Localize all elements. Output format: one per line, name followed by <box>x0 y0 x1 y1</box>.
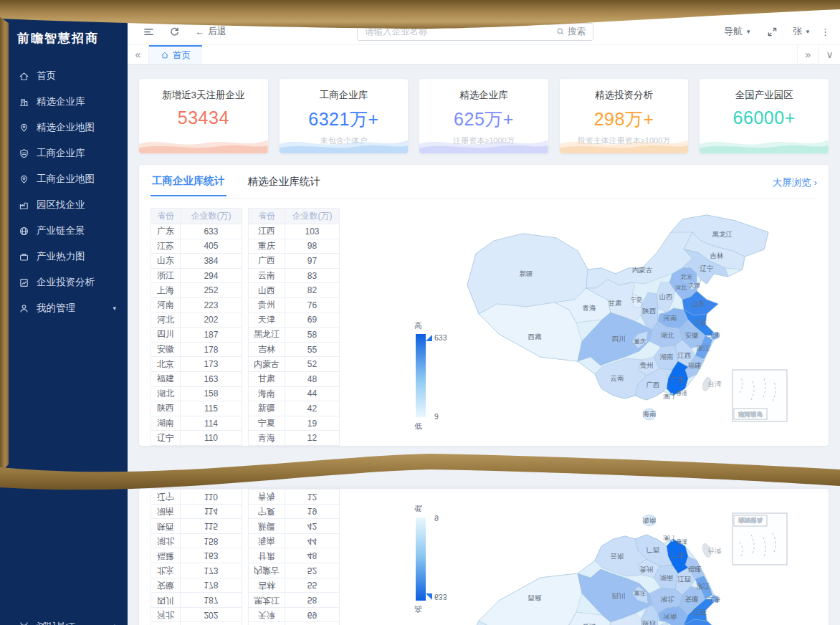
svg-text:南海诸岛: 南海诸岛 <box>738 517 763 524</box>
svg-text:四川: 四川 <box>612 592 626 600</box>
sidebar-item-selected-db[interactable]: 精选企业库 <box>0 89 128 115</box>
table-cell: 384 <box>180 254 242 269</box>
table-cell: 97 <box>285 254 340 269</box>
col-header-province: 省份 <box>151 209 181 224</box>
table-cell: 58 <box>285 328 340 343</box>
table-cell: 安徽 <box>151 342 181 357</box>
province-label: 上海 <box>708 332 720 338</box>
fullscreen-icon[interactable] <box>761 22 783 42</box>
table-cell: 甘肃 <box>249 371 285 386</box>
tab-home[interactable]: 首页 <box>149 45 202 64</box>
scroll-tabs-left-icon[interactable]: « <box>128 45 149 64</box>
tab-business-db-stats[interactable]: 工商企业库统计 <box>151 174 226 196</box>
sidebar-item-park[interactable]: 园区找企业 <box>0 192 128 218</box>
search-button[interactable]: 搜索 <box>549 24 593 40</box>
table-cell: 新疆 <box>249 401 285 416</box>
main-area: ← 后退 搜索 导航 ▼ <box>128 19 840 467</box>
table-cell: 黑龙江 <box>249 328 285 343</box>
search-input[interactable] <box>358 27 549 37</box>
dashboard-screen: 前瞻智慧招商 首页 精选企业库 精选企业地图 工商企业库 <box>0 19 840 467</box>
table-cell: 173 <box>180 357 242 372</box>
table-row: 海南44 <box>249 386 340 401</box>
table-cell: 浙江 <box>151 268 181 283</box>
sidebar-item-home[interactable]: 首页 <box>0 63 128 89</box>
stat-card-business-db[interactable]: 工商企业库 6321万+ 未包含个体户 <box>280 79 409 153</box>
table-cell: 宁夏 <box>249 416 285 431</box>
tabs-dropdown-icon[interactable]: ∨ <box>818 45 840 64</box>
province-label: 西藏 <box>528 333 543 340</box>
province-label: 江西 <box>677 351 692 359</box>
sidebar-item-business-db[interactable]: 工商企业库 <box>0 140 128 166</box>
stat-card-new-registered[interactable]: 新增近3天注册企业 53434 <box>139 79 268 153</box>
sidebar-item-label: 我的管理 <box>37 302 75 315</box>
province-table-2: 省份 企业数(万) 江西103重庆98广西97云南83山西82贵州76天津69黑… <box>248 208 340 446</box>
table-cell: 山西 <box>249 283 285 298</box>
home-icon <box>19 71 29 82</box>
table-row: 宁夏19 <box>249 416 340 431</box>
province-label: 陕西 <box>643 307 657 315</box>
user-dropdown[interactable]: 张 ▼ <box>793 25 811 38</box>
park-icon <box>19 200 29 211</box>
collapse-menu-icon[interactable] <box>138 22 159 42</box>
svg-text:河南: 河南 <box>663 613 677 621</box>
table-cell: 178 <box>180 342 242 357</box>
industry-chain-icon <box>19 226 29 237</box>
table-cell: 98 <box>285 239 340 254</box>
table-cell: 天津 <box>249 312 285 328</box>
chevron-right-icon: › <box>814 177 818 188</box>
sidebar-item-industry-chain[interactable]: 产业链全景 <box>0 218 128 244</box>
wave-decoration <box>139 130 268 153</box>
sidebar-item-label: 精选企业地图 <box>37 121 95 134</box>
table-row: 广西97 <box>249 254 340 269</box>
table-row: 河北202 <box>151 312 242 328</box>
stat-card-invest-analysis[interactable]: 精选投资分析 298万+ 投资主体注册资本≥1000万 <box>560 79 689 153</box>
province-label: 安徽 <box>685 331 700 339</box>
table-cell: 187 <box>180 328 242 343</box>
stage: 前瞻智慧招商 首页 精选企业库 精选企业地图 工商企业库 <box>0 0 840 625</box>
back-button[interactable]: ← 后退 <box>195 25 226 38</box>
stat-card-industry-parks[interactable]: 全国产业园区 66000+ <box>700 79 829 153</box>
table-cell: 12 <box>285 431 340 446</box>
tab-selected-db-stats[interactable]: 精选企业库统计 <box>247 175 323 196</box>
svg-text:广西: 广西 <box>646 546 660 554</box>
sidebar-item-invest-analysis[interactable]: 企业投资分析 <box>0 269 128 295</box>
sidebar: 前瞻智慧招商 首页 精选企业库 精选企业地图 工商企业库 <box>0 19 128 467</box>
nav-dropdown[interactable]: 导航 ▼ <box>724 25 751 38</box>
table-cell: 河南 <box>151 297 181 312</box>
sidebar-item-business-map[interactable]: 工商企业地图 <box>0 166 128 192</box>
province-label: 福建 <box>688 361 702 369</box>
sidebar-item-label: 产业链全景 <box>37 224 85 237</box>
col-header-count: 企业数(万) <box>285 209 340 224</box>
table-cell: 贵州 <box>249 297 285 312</box>
svg-text:贵州: 贵州 <box>640 566 654 573</box>
svg-text:安徽: 安徽 <box>685 596 700 603</box>
sidebar-item-my-admin[interactable]: 我的管理 ▾ <box>0 295 128 321</box>
province-label: 浙江 <box>697 344 710 352</box>
stats-panel-tabs: 工商企业库统计 精选企业库统计 大屏浏览 › <box>151 172 817 199</box>
svg-text:江西: 江西 <box>677 576 692 583</box>
card-value: 625万+ <box>419 108 548 131</box>
table-cell: 北京 <box>151 357 181 372</box>
selected-db-icon <box>19 97 29 108</box>
inset-label: 南海诸岛 <box>738 411 763 418</box>
card-value: 53434 <box>139 108 268 128</box>
svg-text:低: 低 <box>414 505 422 513</box>
big-screen-link[interactable]: 大屏浏览 › <box>773 176 817 195</box>
sidebar-item-heatmap[interactable]: 产业热力图 <box>0 244 128 269</box>
table-row: 新疆42 <box>249 401 340 416</box>
province-label: 广西 <box>646 381 660 388</box>
sidebar-item-selected-map[interactable]: 精选企业地图 <box>0 115 128 140</box>
sidebar-item-label: 工商企业地图 <box>37 173 95 186</box>
sidebar-item-label: 精选企业库 <box>37 95 85 108</box>
nav-label: 导航 <box>724 25 743 38</box>
chevron-down-icon: ▼ <box>745 29 751 35</box>
refresh-icon[interactable] <box>163 22 185 42</box>
province-label: 澳门 <box>663 393 674 400</box>
sidebar-item-label: 首页 <box>37 70 56 82</box>
stat-card-selected-db[interactable]: 精选企业库 625万+ 注册资本≥1000万 <box>419 79 548 153</box>
scroll-tabs-right-icon[interactable]: » <box>797 45 818 64</box>
more-menu-icon[interactable]: ⋮ <box>821 27 830 37</box>
china-choropleth-map[interactable]: 南海诸岛 黑龙江吉林辽宁内蒙古新疆北京天津河北山西宁夏甘肃青海山东陕西河南江苏西… <box>454 208 813 437</box>
svg-text:湖南: 湖南 <box>660 574 674 582</box>
table-cell: 110 <box>180 431 242 446</box>
